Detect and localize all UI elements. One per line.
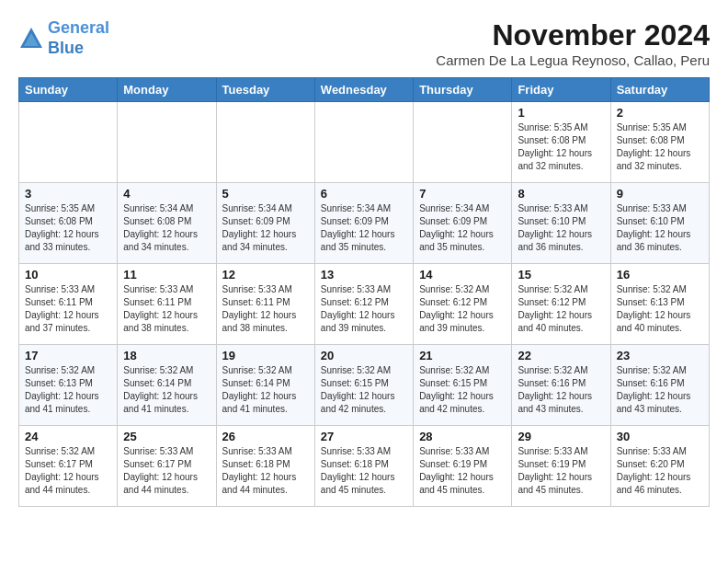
day-info-9: Sunrise: 5:33 AM Sunset: 6:10 PM Dayligh… [617,202,703,254]
day-cell-17: 17Sunrise: 5:32 AM Sunset: 6:13 PM Dayli… [19,345,118,426]
day-cell-27: 27Sunrise: 5:33 AM Sunset: 6:18 PM Dayli… [314,426,413,507]
day-number-11: 11 [123,268,210,282]
day-cell-26: 26Sunrise: 5:33 AM Sunset: 6:18 PM Dayli… [216,426,314,507]
day-cell-11: 11Sunrise: 5:33 AM Sunset: 6:11 PM Dayli… [118,264,216,345]
location-title: Carmen De La Legua Reynoso, Callao, Peru [436,52,710,68]
day-cell-6: 6Sunrise: 5:34 AM Sunset: 6:09 PM Daylig… [314,183,413,264]
day-cell-22: 22Sunrise: 5:32 AM Sunset: 6:16 PM Dayli… [512,345,610,426]
day-cell-24: 24Sunrise: 5:32 AM Sunset: 6:17 PM Dayli… [19,426,118,507]
day-info-29: Sunrise: 5:33 AM Sunset: 6:19 PM Dayligh… [518,445,604,497]
day-cell-2: 2Sunrise: 5:35 AM Sunset: 6:08 PM Daylig… [610,102,709,183]
day-info-18: Sunrise: 5:32 AM Sunset: 6:14 PM Dayligh… [123,364,210,416]
day-info-1: Sunrise: 5:35 AM Sunset: 6:08 PM Dayligh… [518,121,604,173]
day-number-30: 30 [617,430,703,443]
day-cell-15: 15Sunrise: 5:32 AM Sunset: 6:12 PM Dayli… [512,264,610,345]
weekday-header-thursday: Thursday [414,78,512,102]
day-info-8: Sunrise: 5:33 AM Sunset: 6:10 PM Dayligh… [518,202,604,254]
day-info-26: Sunrise: 5:33 AM Sunset: 6:18 PM Dayligh… [222,445,309,497]
day-cell-20: 20Sunrise: 5:32 AM Sunset: 6:15 PM Dayli… [314,345,413,426]
day-number-25: 25 [123,430,210,443]
day-number-19: 19 [222,349,309,362]
weekday-header-saturday: Saturday [610,78,709,102]
day-info-12: Sunrise: 5:33 AM Sunset: 6:11 PM Dayligh… [222,283,309,335]
day-cell-13: 13Sunrise: 5:33 AM Sunset: 6:12 PM Dayli… [314,264,413,345]
day-number-17: 17 [25,349,111,362]
day-cell-30: 30Sunrise: 5:33 AM Sunset: 6:20 PM Dayli… [610,426,709,507]
logo-icon [18,26,44,52]
day-cell-18: 18Sunrise: 5:32 AM Sunset: 6:14 PM Dayli… [118,345,216,426]
weekday-header-tuesday: Tuesday [216,78,314,102]
week-row-2: 3Sunrise: 5:35 AM Sunset: 6:08 PM Daylig… [19,183,710,264]
day-cell-12: 12Sunrise: 5:33 AM Sunset: 6:11 PM Dayli… [216,264,314,345]
day-info-28: Sunrise: 5:33 AM Sunset: 6:19 PM Dayligh… [419,445,506,497]
day-cell-10: 10Sunrise: 5:33 AM Sunset: 6:11 PM Dayli… [19,264,118,345]
day-number-4: 4 [123,187,210,201]
calendar: SundayMondayTuesdayWednesdayThursdayFrid… [18,77,710,507]
day-number-27: 27 [321,430,407,443]
day-cell-9: 9Sunrise: 5:33 AM Sunset: 6:10 PM Daylig… [610,183,709,264]
day-number-14: 14 [419,268,506,282]
day-cell-23: 23Sunrise: 5:32 AM Sunset: 6:16 PM Dayli… [610,345,709,426]
day-number-13: 13 [321,268,407,282]
weekday-header-friday: Friday [512,78,610,102]
day-number-7: 7 [419,187,506,201]
empty-cell [118,102,216,183]
logo: General Blue [18,18,109,58]
weekday-header-monday: Monday [118,78,216,102]
logo-line2: Blue [48,39,84,57]
day-cell-14: 14Sunrise: 5:32 AM Sunset: 6:12 PM Dayli… [414,264,512,345]
day-cell-1: 1Sunrise: 5:35 AM Sunset: 6:08 PM Daylig… [512,102,610,183]
empty-cell [314,102,413,183]
day-cell-8: 8Sunrise: 5:33 AM Sunset: 6:10 PM Daylig… [512,183,610,264]
day-info-27: Sunrise: 5:33 AM Sunset: 6:18 PM Dayligh… [321,445,407,497]
day-info-11: Sunrise: 5:33 AM Sunset: 6:11 PM Dayligh… [123,283,210,335]
day-info-14: Sunrise: 5:32 AM Sunset: 6:12 PM Dayligh… [419,283,506,335]
day-info-13: Sunrise: 5:33 AM Sunset: 6:12 PM Dayligh… [321,283,407,335]
month-title: November 2024 [436,18,710,52]
day-number-29: 29 [518,430,604,443]
day-number-16: 16 [617,268,703,282]
day-cell-29: 29Sunrise: 5:33 AM Sunset: 6:19 PM Dayli… [512,426,610,507]
empty-cell [19,102,118,183]
day-info-25: Sunrise: 5:33 AM Sunset: 6:17 PM Dayligh… [123,445,210,497]
logo-text: General Blue [48,18,109,58]
week-row-5: 24Sunrise: 5:32 AM Sunset: 6:17 PM Dayli… [19,426,710,507]
day-number-24: 24 [25,430,111,443]
day-cell-4: 4Sunrise: 5:34 AM Sunset: 6:08 PM Daylig… [118,183,216,264]
weekday-header-wednesday: Wednesday [314,78,413,102]
day-cell-3: 3Sunrise: 5:35 AM Sunset: 6:08 PM Daylig… [19,183,118,264]
day-info-21: Sunrise: 5:32 AM Sunset: 6:15 PM Dayligh… [419,364,506,416]
day-number-21: 21 [419,349,506,362]
week-row-3: 10Sunrise: 5:33 AM Sunset: 6:11 PM Dayli… [19,264,710,345]
day-number-22: 22 [518,349,604,362]
day-number-9: 9 [617,187,703,201]
day-info-15: Sunrise: 5:32 AM Sunset: 6:12 PM Dayligh… [518,283,604,335]
day-number-10: 10 [25,268,111,282]
day-info-16: Sunrise: 5:32 AM Sunset: 6:13 PM Dayligh… [617,283,703,335]
title-block: November 2024 Carmen De La Legua Reynoso… [436,18,710,68]
day-cell-19: 19Sunrise: 5:32 AM Sunset: 6:14 PM Dayli… [216,345,314,426]
day-number-1: 1 [518,106,604,120]
day-number-26: 26 [222,430,309,443]
day-cell-5: 5Sunrise: 5:34 AM Sunset: 6:09 PM Daylig… [216,183,314,264]
day-number-18: 18 [123,349,210,362]
day-number-2: 2 [617,106,703,120]
day-number-23: 23 [617,349,703,362]
day-info-22: Sunrise: 5:32 AM Sunset: 6:16 PM Dayligh… [518,364,604,416]
day-info-23: Sunrise: 5:32 AM Sunset: 6:16 PM Dayligh… [617,364,703,416]
day-info-17: Sunrise: 5:32 AM Sunset: 6:13 PM Dayligh… [25,364,111,416]
weekday-header-sunday: Sunday [19,78,118,102]
day-info-4: Sunrise: 5:34 AM Sunset: 6:08 PM Dayligh… [123,202,210,254]
day-info-2: Sunrise: 5:35 AM Sunset: 6:08 PM Dayligh… [617,121,703,173]
day-info-24: Sunrise: 5:32 AM Sunset: 6:17 PM Dayligh… [25,445,111,497]
day-info-20: Sunrise: 5:32 AM Sunset: 6:15 PM Dayligh… [321,364,407,416]
day-info-3: Sunrise: 5:35 AM Sunset: 6:08 PM Dayligh… [25,202,111,254]
header: General Blue November 2024 Carmen De La … [18,18,710,68]
day-cell-28: 28Sunrise: 5:33 AM Sunset: 6:19 PM Dayli… [414,426,512,507]
day-info-5: Sunrise: 5:34 AM Sunset: 6:09 PM Dayligh… [222,202,309,254]
day-number-5: 5 [222,187,309,201]
day-number-12: 12 [222,268,309,282]
week-row-1: 1Sunrise: 5:35 AM Sunset: 6:08 PM Daylig… [19,102,710,183]
day-cell-7: 7Sunrise: 5:34 AM Sunset: 6:09 PM Daylig… [414,183,512,264]
day-number-8: 8 [518,187,604,201]
